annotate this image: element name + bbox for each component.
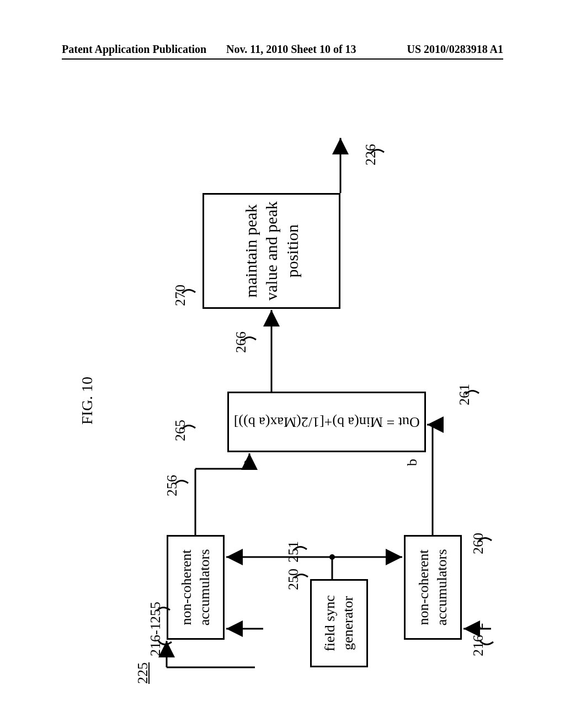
header-left: Patent Application Publication — [62, 43, 206, 56]
diagram-wrap: FIG. 10 225 field sync generator non-coh… — [73, 94, 492, 700]
page: Patent Application Publication Nov. 11, … — [0, 0, 565, 728]
arrows-layer — [73, 94, 492, 700]
header-center: Nov. 11, 2010 Sheet 10 of 13 — [226, 43, 356, 56]
header-rule — [62, 58, 503, 60]
header-right: US 2010/0283918 A1 — [407, 43, 503, 56]
block-diagram: FIG. 10 225 field sync generator non-coh… — [73, 94, 492, 700]
